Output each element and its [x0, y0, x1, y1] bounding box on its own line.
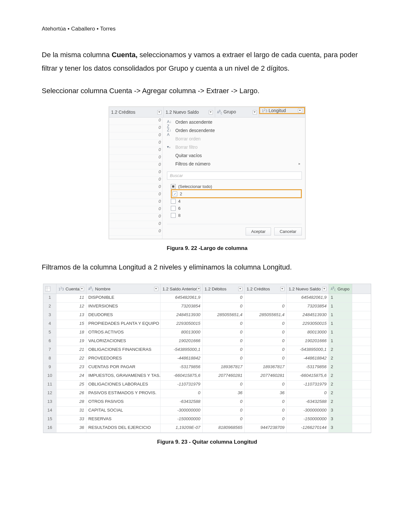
cancel-button[interactable]: Cancelar	[274, 227, 302, 235]
col-nuevo-saldo[interactable]: 1.2 Nuevo Saldo	[164, 107, 215, 117]
fig23-body: 111DISPONIBLE645482061,90645482061,91212…	[43, 294, 371, 433]
col-nombre[interactable]: ABC Nombre	[86, 284, 161, 294]
dropdown-icon[interactable]	[280, 287, 284, 291]
col-cuenta[interactable]: 123 Cuenta	[57, 284, 86, 294]
cell-debitos: 0	[203, 303, 245, 311]
cell-creditos: 0	[245, 303, 287, 311]
row-number: 2	[43, 303, 57, 311]
cell-value: 0	[109, 206, 163, 214]
cell-nuevo-saldo: 0	[287, 389, 329, 398]
cell-cuenta: 11	[57, 294, 86, 302]
cell-creditos: 2077460281	[245, 372, 287, 380]
chk-8[interactable]: 8	[171, 212, 302, 219]
cell-grupo: 1	[329, 303, 352, 311]
cell-debitos: 189367817	[203, 363, 245, 372]
col-creditos-label: 1.2 Créditos	[111, 110, 135, 115]
accept-button[interactable]: Aceptar	[246, 227, 271, 235]
col-nuevo-saldo[interactable]: 1.2 Nuevo Saldo	[287, 284, 329, 294]
chk-6[interactable]: 6	[171, 205, 302, 212]
paragraph-1: De la misma columna Cuenta, seleccionamo…	[42, 48, 372, 75]
table-row[interactable]: 822PROVEEDORES-44861884200-4486188422	[43, 355, 371, 363]
row-number: 1	[43, 294, 57, 302]
cell-cuenta: 31	[57, 407, 86, 415]
cell-value: 0	[109, 162, 163, 169]
menu-clear-filter-label: Borrar filtro	[175, 145, 197, 150]
col-longitud[interactable]: 123 Longitud	[259, 107, 305, 114]
cell-cuenta: 24	[57, 372, 86, 380]
cell-nuevo-saldo: -53179856	[287, 363, 329, 372]
cell-saldo-anterior: -150000000	[161, 415, 203, 424]
cell-nuevo-saldo: 2293050015	[287, 320, 329, 328]
cell-nombre: OBLIGACIONES LABORALES	[86, 381, 161, 389]
chk-2-label: 2	[180, 191, 182, 196]
dropdown-icon[interactable]	[197, 287, 200, 291]
table-row[interactable]: 415PROPIEDADES PLANTA Y EQUIPO2293050015…	[43, 320, 371, 329]
dropdown-icon[interactable]	[322, 287, 327, 291]
table-row[interactable]: 1328OTROS PASIVOS-6343258800-634325882	[43, 398, 371, 407]
type-text-icon: ABC	[331, 286, 336, 292]
table-row[interactable]: 1024IMPUESTOS, GRAVAMENES Y TAS...-66041…	[43, 372, 371, 381]
table-row[interactable]: 111DISPONIBLE645482061,90645482061,91	[43, 294, 371, 303]
col-grupo[interactable]: ABC Grupo	[329, 284, 352, 294]
cell-nombre: INVERSIONES	[86, 303, 161, 311]
cell-nuevo-saldo: -543895000,1	[287, 346, 329, 354]
cell-value: 0	[109, 169, 163, 177]
table-row[interactable]: 1125OBLIGACIONES LABORALES-11073197900-1…	[43, 381, 371, 389]
row-number: 14	[43, 407, 57, 415]
col-creditos[interactable]: 1.2 Créditos	[245, 284, 287, 294]
menu-remove-empty[interactable]: Quitar vacíos	[167, 152, 302, 161]
table-row[interactable]: 518OTROS ACTIVOS8001300000800130001	[43, 329, 371, 337]
col-grupo-label: Grupo	[337, 287, 350, 291]
cell-nuevo-saldo: 2484513930	[287, 311, 329, 320]
table-row[interactable]: 923CUENTAS POR PAGAR-5317985618936781718…	[43, 363, 371, 372]
table-row[interactable]: 619VALORIZACIONES190201666001902016661	[43, 337, 371, 346]
fig22-left-values: 0000000000000000	[109, 118, 162, 239]
table-row[interactable]: 212INVERSIONES7320385400732038541	[43, 303, 371, 311]
col-creditos[interactable]: 1.2 Créditos	[109, 107, 164, 117]
dropdown-icon[interactable]	[298, 109, 302, 113]
cell-creditos: 0	[245, 337, 287, 346]
col-nuevo-saldo-label: 1.2 Nuevo Saldo	[166, 110, 199, 115]
table-row[interactable]: 1533RESERVAS-15000000000-1500000003	[43, 415, 371, 424]
figure-9-23: 123 Cuenta ABC Nombre 1.2 Saldo Anterior…	[43, 284, 371, 433]
chk-select-all[interactable]: (Seleccionar todo)	[171, 183, 302, 190]
cell-grupo: 3	[329, 407, 352, 415]
chk-4[interactable]: 4	[171, 198, 302, 205]
col-nuevo-saldo-label: 1.2 Nuevo Saldo	[289, 287, 321, 291]
cell-nuevo-saldo: 73203854	[287, 303, 329, 311]
table-row[interactable]: 1431CAPITAL SOCIAL-30000000000-300000000…	[43, 407, 371, 415]
menu-sort-desc[interactable]: Z↓AOrden descendente	[167, 127, 302, 136]
col-grupo[interactable]: ABC Grupo	[215, 107, 259, 117]
cell-grupo: 2	[329, 363, 352, 372]
table-corner[interactable]	[43, 284, 57, 294]
dropdown-icon[interactable]	[157, 110, 162, 114]
row-number: 4	[43, 320, 57, 328]
row-number: 8	[43, 355, 57, 363]
chk-select-all-label: (Seleccionar todo)	[178, 184, 212, 189]
cell-creditos: 285055651,4	[245, 311, 287, 320]
table-row[interactable]: 1636RESULTADOS DEL EJERCICIO1,19209E-078…	[43, 424, 371, 433]
cell-cuenta: 23	[57, 363, 86, 372]
menu-sort-asc[interactable]: A↓ZOrden ascendente	[167, 119, 302, 127]
row-number: 15	[43, 415, 57, 424]
table-row[interactable]: 721OBLIGACIONES FINANCIERAS-543895000,10…	[43, 346, 371, 355]
fig23-header-row: 123 Cuenta ABC Nombre 1.2 Saldo Anterior…	[43, 284, 371, 294]
cell-cuenta: 25	[57, 381, 86, 389]
dropdown-icon[interactable]	[238, 287, 242, 291]
menu-number-filters[interactable]: Filtros de número	[167, 161, 302, 169]
search-input[interactable]: Buscar	[167, 172, 302, 180]
cell-saldo-anterior: 0	[161, 389, 203, 398]
col-debitos[interactable]: 1.2 Débitos	[203, 284, 245, 294]
table-row[interactable]: 1226PASIVOS ESTIMADOS Y PROVIS.0363602	[43, 389, 371, 398]
menu-number-filters-label: Filtros de número	[175, 161, 210, 166]
table-row[interactable]: 313DEUDORES2484513930285055651,428505565…	[43, 311, 371, 320]
cell-nombre: RESULTADOS DEL EJERCICIO	[86, 424, 161, 432]
cell-cuenta: 18	[57, 329, 86, 337]
dropdown-icon[interactable]	[80, 287, 84, 291]
dropdown-icon[interactable]	[209, 110, 213, 114]
col-saldo-anterior[interactable]: 1.2 Saldo Anterior	[161, 284, 203, 294]
chk-2[interactable]: 2	[171, 189, 302, 198]
cell-creditos: 0	[245, 320, 287, 328]
dropdown-icon[interactable]	[154, 287, 158, 291]
dropdown-icon[interactable]	[253, 110, 257, 114]
